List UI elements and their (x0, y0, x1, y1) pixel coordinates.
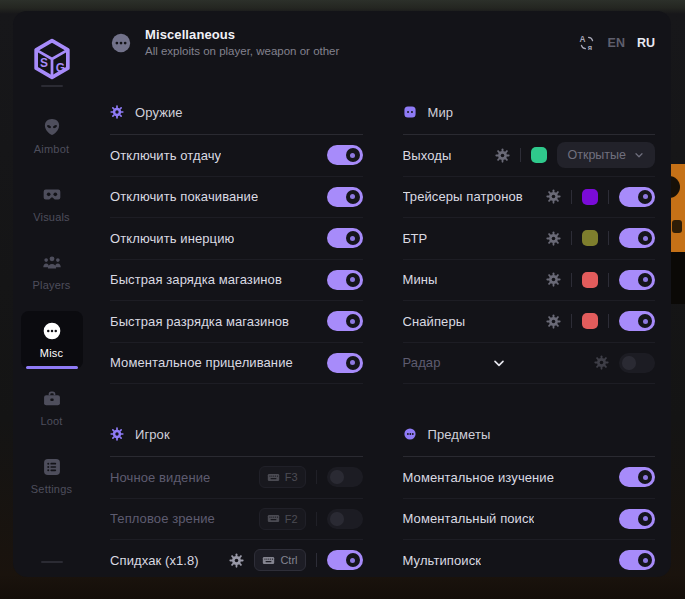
keybind-label: F2 (285, 513, 298, 525)
toggle-no-recoil[interactable] (327, 145, 363, 165)
toggle-no-inertia[interactable] (327, 228, 363, 248)
alien-icon (42, 117, 62, 137)
sidebar-item-label: Misc (40, 347, 63, 359)
toggle-bullet-tracers[interactable] (619, 187, 655, 207)
sidebar-item-settings[interactable]: Settings (21, 447, 83, 505)
cheat-menu-window: Miscellaneous All exploits on player, we… (13, 11, 671, 577)
keybind-label: F3 (285, 471, 298, 483)
row-label: Мультипоиск (403, 553, 482, 568)
keybind-badge[interactable]: Ctrl (254, 549, 305, 571)
gear-icon[interactable] (594, 355, 609, 370)
dropdown-value: Открытые (567, 148, 626, 162)
sidebar-item-misc[interactable]: Misc (21, 311, 83, 369)
section-player-rows: Ночное видение F3 Тепловое зрение F2 (110, 456, 363, 577)
toggle-knob (638, 314, 652, 328)
section-world-rows: Выходы Открытые Трейсеры патронов (403, 134, 656, 384)
row-label: Радар (403, 355, 441, 370)
separator (608, 231, 609, 245)
keybind-badge[interactable]: F3 (259, 466, 306, 488)
page-subtitle: All exploits on player, weapon or other (145, 46, 339, 58)
toggle-instant-study[interactable] (619, 467, 655, 487)
toggle-speedhack[interactable] (327, 550, 363, 570)
color-swatch[interactable] (531, 147, 547, 163)
toggle-snipers[interactable] (619, 311, 655, 331)
toggle-thermal-vision[interactable] (327, 509, 363, 529)
toggle-night-vision[interactable] (327, 467, 363, 487)
lang-en-button[interactable]: EN (608, 36, 625, 50)
separator (316, 553, 317, 567)
section-title: Оружие (135, 105, 183, 120)
chevron-down-icon[interactable] (491, 355, 507, 371)
toggle-knob (346, 190, 360, 204)
toggle-multi-search[interactable] (619, 550, 655, 570)
row-exits: Выходы Открытые (403, 135, 656, 177)
sidebar-divider (41, 561, 63, 563)
gear-icon[interactable] (546, 189, 561, 204)
gear-icon[interactable] (229, 553, 244, 568)
ellipsis-circle-icon (110, 32, 132, 54)
toggle-fast-reload[interactable] (327, 270, 363, 290)
game-background-orange (670, 164, 685, 252)
row-label: Моментальное прицеливание (110, 355, 293, 370)
row-multi-search: Мультипоиск (403, 540, 656, 577)
gear-icon[interactable] (546, 231, 561, 246)
gear-icon[interactable] (546, 314, 561, 329)
row-label: Моментальный поиск (403, 511, 535, 526)
keyboard-icon (267, 471, 280, 484)
toggle-no-sway[interactable] (327, 187, 363, 207)
toggle-knob (346, 356, 360, 370)
gear-icon[interactable] (495, 148, 510, 163)
toggle-btr[interactable] (619, 228, 655, 248)
row-label: Отключить покачивание (110, 189, 258, 204)
separator (520, 148, 521, 162)
row-label: Выходы (403, 148, 452, 163)
row-label: Спидхак (x1.8) (110, 553, 199, 568)
world-section-icon (403, 105, 417, 119)
toggle-instant-search[interactable] (619, 509, 655, 529)
goggles-icon (42, 185, 62, 205)
game-background-dark (670, 252, 685, 304)
toggle-knob (638, 190, 652, 204)
game-background-mark (672, 220, 682, 233)
section-title: Игрок (135, 427, 170, 442)
toggle-knob (346, 553, 360, 567)
separator (571, 314, 572, 328)
header: Miscellaneous All exploits on player, we… (90, 11, 671, 75)
section-title: Мир (428, 105, 454, 120)
color-swatch[interactable] (582, 272, 598, 288)
color-swatch[interactable] (582, 313, 598, 329)
gear-icon[interactable] (546, 272, 561, 287)
row-label: Отключить инерцию (110, 231, 234, 246)
row-label: БТР (403, 231, 428, 246)
toggle-radar[interactable] (619, 353, 655, 373)
color-swatch[interactable] (582, 189, 598, 205)
sidebar-item-label: Aimbot (34, 143, 69, 155)
sidebar-item-players[interactable]: Players (21, 243, 83, 301)
row-instant-ads: Моментальное прицеливание (110, 343, 363, 385)
lang-ru-button[interactable]: RU (637, 36, 655, 50)
items-section-icon (403, 427, 417, 441)
sidebar-item-loot[interactable]: Loot (21, 379, 83, 437)
sidebar-item-label: Loot (40, 415, 62, 427)
right-column: Мир Выходы Открытые Тре (403, 75, 656, 577)
sidebar-item-visuals[interactable]: Visuals (21, 175, 83, 233)
row-label: Быстрая разрядка магазинов (110, 314, 289, 329)
sidebar-item-aimbot[interactable]: Aimbot (21, 107, 83, 165)
row-thermal-vision: Тепловое зрение F2 (110, 499, 363, 541)
toggle-instant-ads[interactable] (327, 353, 363, 373)
toggle-fast-unload[interactable] (327, 311, 363, 331)
translate-icon (578, 34, 596, 52)
exits-dropdown[interactable]: Открытые (557, 142, 655, 168)
briefcase-icon (42, 389, 62, 409)
players-icon (42, 253, 62, 273)
separator (571, 231, 572, 245)
row-instant-search: Моментальный поиск (403, 499, 656, 541)
color-swatch[interactable] (582, 230, 598, 246)
language-switcher: EN RU (578, 34, 655, 52)
sidebar-item-label: Players (32, 279, 70, 291)
sidebar: Aimbot Visuals Players Misc Loot Setting… (13, 75, 90, 577)
toggle-mines[interactable] (619, 270, 655, 290)
keyboard-icon (267, 512, 280, 525)
row-snipers: Снайперы (403, 301, 656, 343)
keybind-badge[interactable]: F2 (259, 508, 306, 530)
